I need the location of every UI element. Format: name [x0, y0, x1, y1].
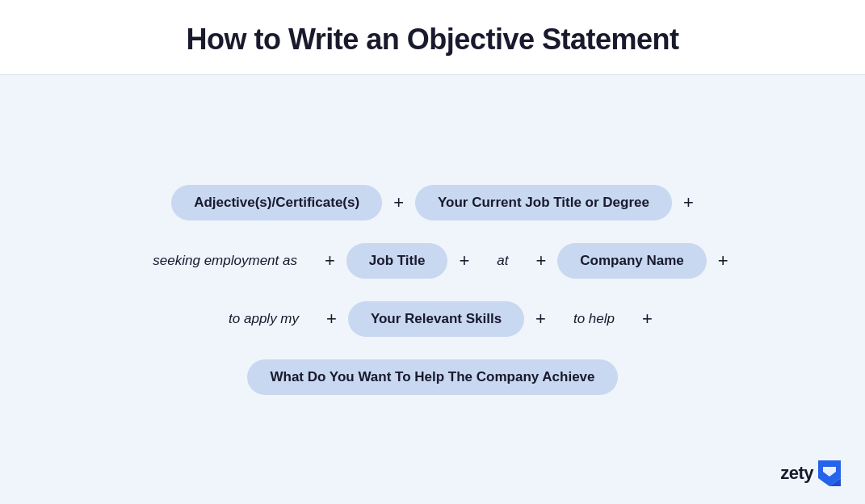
pill-job-title-degree: Your Current Job Title or Degree [415, 185, 672, 220]
text-seeking: seeking employment as [136, 243, 313, 279]
plus-1: + [393, 192, 404, 213]
logo-text: zety [780, 463, 813, 484]
plus-2: + [683, 192, 694, 213]
plus-9: + [642, 309, 653, 330]
pill-job-title: Job Title [346, 243, 448, 279]
text-to-apply: to apply my [212, 301, 315, 337]
plus-8: + [535, 309, 546, 330]
logo-area: zety [780, 460, 841, 486]
plus-6: + [718, 250, 729, 271]
plus-7: + [326, 309, 337, 330]
plus-5: + [535, 250, 546, 271]
logo-icon [818, 460, 841, 486]
text-at: at [481, 243, 524, 279]
formula-row-2: seeking employment as + Job Title + at +… [136, 243, 728, 279]
pill-relevant-skills: Your Relevant Skills [348, 301, 524, 337]
plus-3: + [325, 250, 335, 271]
page-header: How to Write an Objective Statement [0, 0, 865, 75]
main-content: Adjective(s)/Certificate(s) + Your Curre… [88, 75, 776, 504]
formula-row-3: to apply my + Your Relevant Skills + to … [212, 301, 653, 337]
text-to-help: to help [557, 301, 631, 337]
pill-achieve: What Do You Want To Help The Company Ach… [247, 359, 617, 395]
plus-4: + [459, 250, 469, 271]
pill-adjectives: Adjective(s)/Certificate(s) [171, 185, 382, 220]
formula-row-4: What Do You Want To Help The Company Ach… [247, 359, 617, 395]
formula-row-1: Adjective(s)/Certificate(s) + Your Curre… [171, 185, 694, 220]
pill-company-name: Company Name [557, 243, 706, 279]
page-title: How to Write an Objective Statement [0, 23, 865, 57]
